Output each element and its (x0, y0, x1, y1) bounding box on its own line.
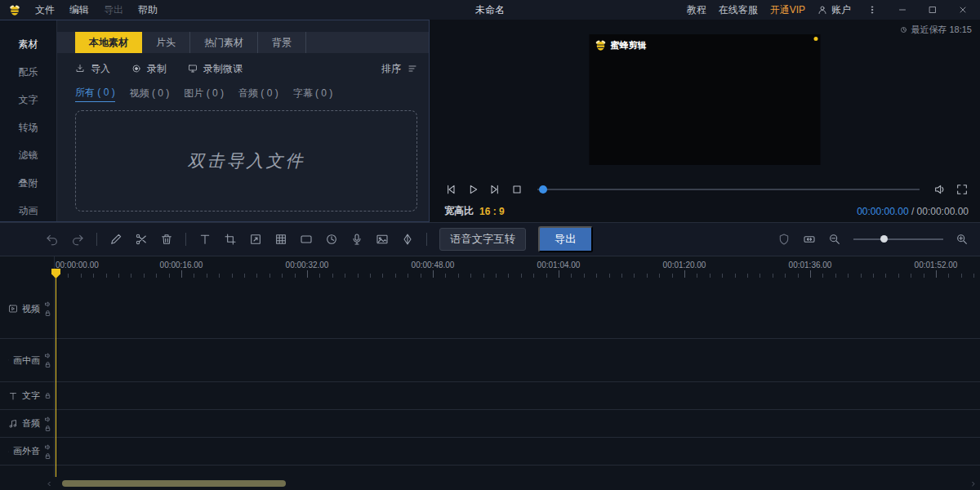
timeline-zoom-slider[interactable] (853, 238, 943, 240)
timeline-zoom-in-button[interactable] (956, 233, 969, 246)
crop-button[interactable] (224, 233, 237, 246)
seek-bar[interactable] (537, 189, 920, 190)
record-button[interactable]: 录制 (131, 62, 167, 76)
fit-timeline-button[interactable] (803, 233, 816, 246)
mute-icon[interactable] (44, 443, 51, 451)
scrollbar-thumb[interactable] (62, 480, 286, 487)
track-lane-voiceover[interactable] (54, 438, 980, 465)
sidebar-item-filters[interactable]: 滤镜 (0, 141, 56, 169)
timeline-hscrollbar[interactable] (0, 477, 980, 490)
filter-images[interactable]: 图片 ( 0 ) (184, 87, 224, 102)
next-frame-button[interactable] (488, 183, 501, 196)
zoom-clip-button[interactable] (249, 233, 262, 246)
mute-icon[interactable] (44, 301, 51, 308)
frame-button[interactable] (300, 233, 313, 246)
split-button[interactable] (135, 233, 148, 246)
record-label: 录制 (147, 62, 167, 76)
import-button[interactable]: 导入 (75, 62, 110, 76)
track-lane-audio[interactable] (54, 410, 980, 437)
toolbar-divider (96, 233, 97, 246)
record-lesson-button[interactable]: 录制微课 (188, 62, 243, 76)
import-dropzone[interactable]: 双击导入文件 (75, 110, 417, 212)
tab-local-materials[interactable]: 本地素材 (75, 32, 142, 53)
mute-icon[interactable] (44, 352, 51, 359)
filter-subtitles[interactable]: 字幕 ( 0 ) (293, 87, 333, 102)
more-menu-icon[interactable] (863, 5, 881, 15)
minimize-icon[interactable] (893, 5, 911, 15)
record-icon (131, 64, 141, 74)
tab-hot-materials[interactable]: 热门素材 (190, 32, 258, 53)
maximize-icon[interactable] (924, 5, 942, 15)
playback-controls (444, 178, 969, 201)
account-icon (817, 5, 827, 15)
menu-help[interactable]: 帮助 (131, 3, 165, 17)
account-label: 账户 (831, 3, 851, 17)
timecode-separator: / (911, 206, 914, 217)
aspect-ratio-value[interactable]: 16 : 9 (479, 206, 505, 217)
previous-frame-button[interactable] (444, 183, 457, 196)
sidebar-item-materials[interactable]: 素材 (0, 30, 56, 58)
lock-icon[interactable] (44, 452, 51, 460)
tutorial-link[interactable]: 教程 (687, 3, 706, 17)
lock-icon[interactable] (44, 392, 51, 399)
canvas-handle[interactable] (814, 37, 818, 41)
edit-clip-button[interactable] (109, 233, 122, 246)
volume-button[interactable] (933, 183, 947, 196)
seek-knob[interactable] (539, 185, 547, 194)
toolbar-divider (185, 233, 186, 246)
mute-icon[interactable] (44, 416, 51, 423)
filter-all[interactable]: 所有 ( 0 ) (75, 86, 115, 102)
annotation-button[interactable] (401, 233, 414, 246)
voiceover-track-icon (8, 447, 9, 457)
filter-audio[interactable]: 音频 ( 0 ) (238, 87, 278, 102)
video-canvas[interactable]: 蜜蜂剪辑 (590, 34, 821, 165)
account-button[interactable]: 账户 (817, 3, 851, 17)
titlebar-right: 教程 在线客服 开通VIP 账户 (687, 3, 972, 17)
vip-link[interactable]: 开通VIP (770, 3, 805, 17)
ruler-label: 00:01:52.00 (915, 261, 958, 270)
voice-text-convert-button[interactable]: 语音文字互转 (439, 228, 526, 251)
export-button[interactable]: 导出 (538, 226, 593, 252)
sidebar-item-music[interactable]: 配乐 (0, 58, 56, 86)
filter-videos[interactable]: 视频 ( 0 ) (130, 87, 170, 102)
stop-button[interactable] (510, 183, 523, 196)
sort-button[interactable]: 排序 (381, 62, 417, 76)
timeline-zoom-knob[interactable] (880, 235, 888, 243)
media-panel: 素材 配乐 文字 转场 滤镜 叠附 动画 本地素材 片头 热门素材 背景 (0, 20, 430, 222)
track-filler (0, 466, 980, 477)
lock-icon[interactable] (44, 361, 51, 368)
sidebar-item-transitions[interactable]: 转场 (0, 114, 56, 141)
lock-icon[interactable] (44, 425, 51, 432)
play-button[interactable] (466, 183, 479, 196)
lock-icon[interactable] (44, 310, 51, 317)
timeline-zoom-out-button[interactable] (828, 233, 841, 246)
voiceover-button[interactable] (350, 233, 363, 246)
redo-button[interactable] (71, 233, 84, 246)
mosaic-button[interactable] (274, 233, 287, 246)
text-tool-button[interactable] (198, 233, 212, 246)
track-lane-video[interactable] (54, 279, 980, 338)
menu-export[interactable]: 导出 (96, 3, 131, 17)
track-label: 文字 (22, 390, 40, 402)
undo-button[interactable] (46, 233, 59, 246)
sidebar-item-animations[interactable]: 动画 (0, 197, 56, 225)
menu-file[interactable]: 文件 (28, 3, 62, 17)
sidebar-item-overlays[interactable]: 叠附 (0, 169, 56, 197)
support-link[interactable]: 在线客服 (719, 3, 758, 17)
delete-button[interactable] (160, 233, 173, 246)
playhead[interactable] (56, 278, 56, 477)
sidebar-item-text[interactable]: 文字 (0, 86, 56, 114)
close-icon[interactable] (954, 5, 972, 15)
timeline-ruler[interactable]: 00:00:00.00 00:00:16.00 00:00:32.00 00:0… (0, 256, 980, 279)
scroll-left-icon[interactable] (46, 480, 53, 488)
tab-intros[interactable]: 片头 (142, 32, 190, 53)
tab-backgrounds[interactable]: 背景 (258, 32, 306, 53)
track-lane-pip[interactable] (54, 339, 980, 381)
scroll-right-icon[interactable] (969, 480, 977, 488)
duration-button[interactable] (325, 233, 338, 246)
snapshot-button[interactable] (376, 233, 389, 246)
shield-icon[interactable] (777, 233, 791, 246)
track-lane-text[interactable] (54, 382, 980, 409)
fullscreen-button[interactable] (956, 183, 969, 196)
menu-edit[interactable]: 编辑 (62, 3, 96, 17)
